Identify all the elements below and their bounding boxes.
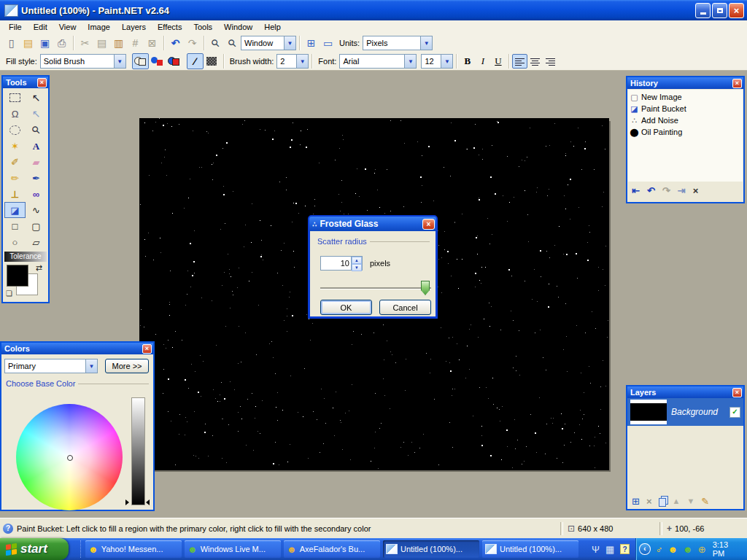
history-delete-button[interactable]: × bbox=[693, 185, 699, 196]
layers-close-button[interactable]: × bbox=[732, 388, 742, 397]
italic-button[interactable]: I bbox=[475, 54, 490, 69]
tool-rectangle-select[interactable] bbox=[4, 90, 26, 106]
grid-button[interactable]: ⊞ bbox=[303, 35, 320, 51]
menu-view[interactable]: View bbox=[53, 21, 82, 33]
no-antialias-button[interactable] bbox=[204, 53, 220, 69]
history-item[interactable]: ▢ New Image bbox=[630, 91, 743, 103]
units-select[interactable]: Pixels ▼ bbox=[363, 36, 433, 50]
tools-close-button[interactable]: × bbox=[37, 78, 47, 88]
menu-image[interactable]: Image bbox=[82, 21, 116, 33]
taskbar-task-yahoo-messenger[interactable]: ☻ Yahoo! Messen... bbox=[85, 540, 182, 558]
globe-tray-icon[interactable]: ⊕ bbox=[698, 545, 706, 554]
aim-icon[interactable]: ♂ bbox=[656, 545, 663, 554]
menu-window[interactable]: Window bbox=[218, 21, 258, 33]
collapse-chevron-icon[interactable]: ‹ bbox=[639, 543, 650, 555]
undo-button[interactable]: ↶ bbox=[167, 35, 184, 51]
tool-eraser[interactable]: ▰ bbox=[26, 154, 47, 170]
close-button[interactable]: × bbox=[729, 3, 744, 18]
tool-ellipse[interactable]: ○ bbox=[4, 234, 26, 250]
underline-button[interactable]: U bbox=[490, 54, 506, 69]
colors-palette-titlebar[interactable]: Colors × bbox=[1, 343, 153, 354]
dialog-close-button[interactable]: × bbox=[422, 219, 435, 230]
ok-button[interactable]: OK bbox=[320, 300, 372, 315]
tool-color-picker[interactable]: ✒ bbox=[26, 170, 47, 186]
tool-lasso-select[interactable]: Ω bbox=[4, 106, 26, 122]
reset-colors-icon[interactable]: ❏ bbox=[6, 289, 12, 298]
antialias-button[interactable]: ∕ bbox=[187, 53, 204, 69]
tool-freeform-shape[interactable]: ▱ bbox=[26, 234, 47, 250]
duplicate-layer-button[interactable] bbox=[659, 498, 666, 507]
tool-text[interactable]: A bbox=[26, 138, 47, 154]
history-rewind-button[interactable]: ⇤ bbox=[632, 185, 640, 196]
title-bar[interactable]: Untitled (100%) - Paint.NET v2.64 × bbox=[0, 0, 747, 20]
tool-move-selection[interactable]: ↖ bbox=[26, 106, 47, 122]
bold-button[interactable]: B bbox=[460, 54, 475, 69]
copy-button[interactable]: ▤ bbox=[93, 35, 110, 51]
align-left-button[interactable] bbox=[512, 54, 527, 69]
help-tray-icon[interactable]: ? bbox=[620, 544, 630, 554]
dialog-titlebar[interactable]: ∴ Frosted Glass × bbox=[309, 217, 436, 231]
shape-filled-button[interactable] bbox=[149, 53, 166, 69]
layer-row-background[interactable]: Background ✓ bbox=[627, 398, 743, 426]
menu-layers[interactable]: Layers bbox=[116, 21, 152, 33]
history-redo-button[interactable]: ↷ bbox=[662, 185, 670, 196]
tolerance-slider[interactable]: Tolerance bbox=[4, 252, 47, 262]
shape-outline-button[interactable] bbox=[132, 53, 149, 69]
scatter-radius-input[interactable]: 10 ▲ ▼ bbox=[320, 256, 363, 271]
tool-move[interactable]: ↖ bbox=[26, 90, 47, 106]
primary-color-swatch[interactable] bbox=[7, 265, 28, 287]
fill-style-select[interactable]: Solid Brush ▼ bbox=[40, 54, 126, 69]
taskbar-task-windows-live[interactable]: ☻ Windows Live M... bbox=[185, 540, 281, 558]
tool-ellipse-select[interactable] bbox=[4, 122, 26, 138]
align-center-button[interactable] bbox=[527, 54, 543, 69]
more-button[interactable]: More >> bbox=[105, 359, 149, 373]
deselect-button[interactable]: ⊠ bbox=[144, 35, 160, 51]
color-wheel[interactable] bbox=[16, 404, 123, 510]
font-select[interactable]: Arial ▼ bbox=[339, 54, 417, 69]
tool-line-curve[interactable]: ∿ bbox=[26, 202, 47, 218]
paste-button[interactable]: ▥ bbox=[110, 35, 127, 51]
redo-button[interactable]: ↷ bbox=[184, 35, 201, 51]
scatter-radius-slider[interactable] bbox=[320, 281, 431, 295]
tool-paintbrush[interactable]: ✐ bbox=[4, 154, 26, 170]
color-mode-select[interactable]: Primary ▼ bbox=[4, 359, 98, 373]
tool-clone-stamp[interactable]: ⊥ bbox=[4, 186, 26, 202]
zoom-out-button[interactable]: ⚲ bbox=[224, 35, 241, 51]
open-button[interactable]: ▤ bbox=[20, 35, 36, 51]
spin-down-icon[interactable]: ▼ bbox=[352, 264, 362, 271]
messenger-tray-icon[interactable]: ☻ bbox=[683, 545, 693, 554]
tool-pencil[interactable]: ✏ bbox=[4, 170, 26, 186]
volume-icon[interactable]: Ψ bbox=[592, 544, 600, 555]
move-layer-up-button[interactable]: ▲ bbox=[673, 497, 681, 505]
new-button[interactable]: ▯ bbox=[3, 35, 20, 51]
cut-button[interactable]: ✂ bbox=[77, 35, 93, 51]
tool-paint-bucket[interactable]: ◪ bbox=[4, 202, 26, 218]
slider-thumb[interactable] bbox=[421, 281, 430, 295]
taskbar-task-paintnet-2[interactable]: Untitled (100%)... bbox=[482, 540, 578, 558]
print-button[interactable]: ⎙ bbox=[53, 35, 70, 51]
layers-palette-titlebar[interactable]: Layers × bbox=[627, 386, 743, 398]
history-fast-forward-button[interactable]: ⇥ bbox=[678, 185, 686, 196]
history-undo-button[interactable]: ↶ bbox=[647, 185, 655, 196]
taskbar-task-paintnet-1[interactable]: Untitled (100%)... bbox=[383, 540, 479, 558]
cancel-button[interactable]: Cancel bbox=[379, 300, 431, 315]
tool-rounded-rectangle[interactable]: ▢ bbox=[26, 218, 47, 234]
restore-button[interactable] bbox=[712, 3, 727, 18]
layer-properties-button[interactable]: ✎ bbox=[701, 496, 709, 507]
menu-help[interactable]: Help bbox=[258, 21, 287, 33]
save-button[interactable]: ▣ bbox=[36, 35, 53, 51]
tool-rectangle[interactable]: □ bbox=[4, 218, 26, 234]
layer-visible-checkbox[interactable]: ✓ bbox=[729, 407, 740, 418]
crop-button[interactable]: # bbox=[127, 35, 144, 51]
align-right-button[interactable] bbox=[543, 54, 558, 69]
display-settings-icon[interactable]: ▦ bbox=[605, 544, 614, 555]
brush-width-select[interactable]: 2 ▼ bbox=[276, 54, 309, 69]
tools-palette-titlebar[interactable]: Tools × bbox=[3, 77, 48, 88]
start-button[interactable]: start bbox=[0, 538, 69, 560]
history-item[interactable]: ◪ Paint Bucket bbox=[630, 103, 743, 114]
taskbar-task-axefalador[interactable]: ☻ AxeFalador's Bu... bbox=[284, 540, 380, 558]
zoom-in-button[interactable]: ⚲ bbox=[207, 35, 224, 51]
swap-colors-icon[interactable]: ⇄ bbox=[36, 263, 42, 273]
colors-close-button[interactable]: × bbox=[142, 344, 152, 354]
font-size-select[interactable]: 12 ▼ bbox=[421, 54, 453, 69]
